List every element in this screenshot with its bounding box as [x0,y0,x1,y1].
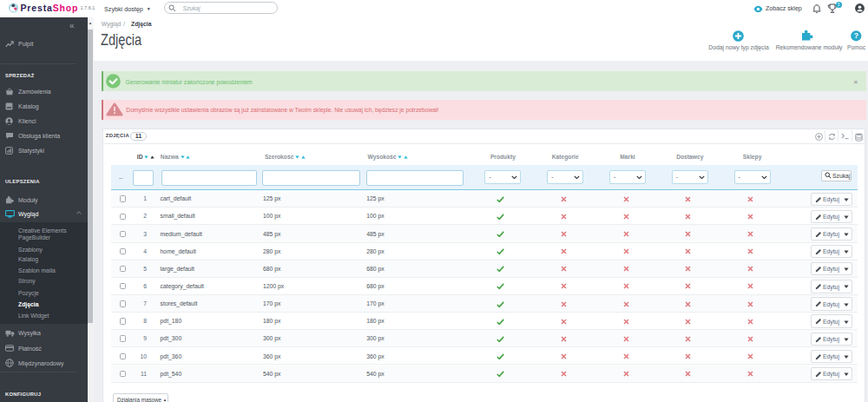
svg-text:?: ? [854,31,858,40]
